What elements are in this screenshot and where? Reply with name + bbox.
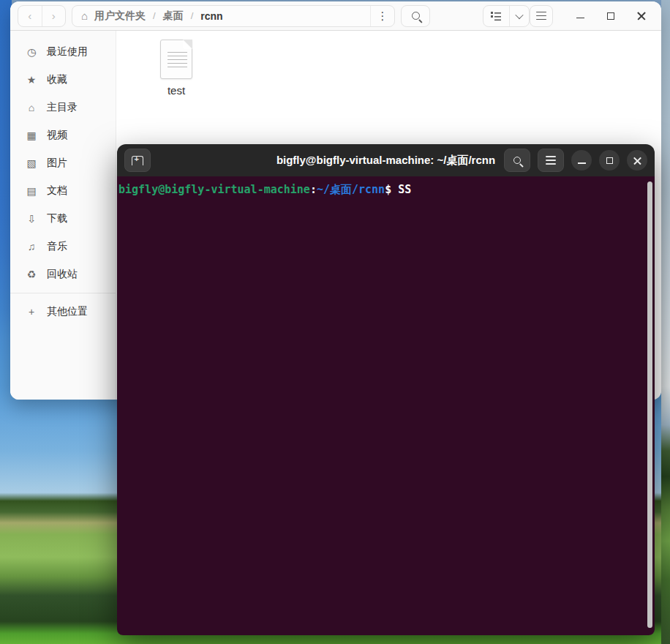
sidebar-separator	[10, 293, 116, 293]
wallpaper-sky-right	[661, 0, 670, 644]
breadcrumb-desktop[interactable]: 桌面	[163, 10, 184, 23]
file-item-test[interactable]: test	[148, 40, 204, 97]
command-text: SS	[391, 183, 411, 196]
terminal-search-button[interactable]	[504, 149, 530, 172]
terminal-window: bigfly@bigfly-virtual-machine: ~/桌面/rcnn	[117, 144, 655, 635]
terminal-header-actions	[504, 149, 647, 172]
sidebar-item-label: 音乐	[47, 240, 67, 253]
chevron-right-icon: ›	[52, 10, 56, 22]
forward-button[interactable]: ›	[42, 6, 65, 26]
hamburger-icon	[536, 15, 546, 17]
nav-button-group: ‹ ›	[18, 5, 66, 27]
sidebar-item-label: 回收站	[47, 268, 78, 281]
sidebar-item-downloads[interactable]: ⇩ 下载	[10, 205, 116, 233]
files-headerbar: ‹ › ⌂ 用户文件夹 / 桌面 / rcnn ⋮	[10, 1, 661, 31]
home-icon: ⌂	[25, 102, 38, 113]
clock-icon: ◷	[25, 46, 38, 58]
sidebar-item-label: 下载	[47, 212, 67, 225]
desktop: ‹ › ⌂ 用户文件夹 / 桌面 / rcnn ⋮	[0, 0, 670, 644]
minimize-button[interactable]	[575, 11, 585, 21]
sidebar-item-label: 收藏	[47, 73, 67, 86]
prompt-path: ~/桌面/rcnn	[317, 183, 385, 196]
minimize-icon	[576, 18, 584, 19]
breadcrumb-current-folder[interactable]: rcnn	[200, 10, 222, 22]
new-tab-button[interactable]	[124, 149, 151, 172]
sidebar-item-label: 其他位置	[47, 305, 88, 318]
sidebar-item-label: 文档	[47, 184, 67, 198]
sidebar-item-starred[interactable]: ★ 收藏	[10, 66, 116, 94]
home-icon: ⌂	[81, 10, 88, 22]
search-icon	[412, 12, 420, 20]
terminal-close-button[interactable]	[627, 150, 647, 171]
breadcrumb-bar[interactable]: ⌂ 用户文件夹 / 桌面 / rcnn ⋮	[72, 5, 395, 27]
trash-icon: ♻	[25, 269, 38, 280]
sidebar-item-home[interactable]: ⌂ 主目录	[10, 94, 116, 121]
terminal-maximize-button[interactable]	[599, 150, 620, 171]
sidebar-item-label: 最近使用	[47, 45, 88, 59]
music-note-icon: ♫	[25, 241, 38, 252]
close-button[interactable]	[636, 11, 647, 21]
document-icon: ▤	[25, 185, 38, 197]
sidebar-item-videos[interactable]: ▦ 视频	[10, 121, 116, 149]
chevron-down-icon	[515, 10, 523, 18]
sidebar-item-label: 主目录	[47, 101, 78, 114]
breadcrumb-separator: /	[153, 10, 156, 21]
text-file-icon	[160, 40, 192, 79]
view-options-button[interactable]	[510, 6, 529, 26]
close-icon	[637, 12, 646, 20]
terminal-headerbar: bigfly@bigfly-virtual-machine: ~/桌面/rcnn	[117, 144, 655, 176]
new-tab-icon	[132, 156, 143, 165]
star-icon: ★	[25, 74, 38, 86]
sidebar-item-pictures[interactable]: ▧ 图片	[10, 149, 116, 177]
terminal-menu-button[interactable]	[538, 149, 564, 172]
path-options-button[interactable]: ⋮	[371, 6, 394, 26]
sidebar-item-recent[interactable]: ◷ 最近使用	[10, 38, 116, 66]
list-view-button[interactable]	[483, 6, 509, 26]
picture-icon: ▧	[25, 157, 38, 169]
terminal-body[interactable]: bigfly@bigfly-virtual-machine:~/桌面/rcnn$…	[117, 176, 655, 635]
terminal-prompt-line: bigfly@bigfly-virtual-machine:~/桌面/rcnn$…	[118, 183, 644, 197]
breadcrumb-home-folder[interactable]: 用户文件夹	[94, 10, 146, 23]
download-icon: ⇩	[25, 213, 38, 225]
main-menu-button[interactable]	[530, 5, 553, 27]
hamburger-icon	[546, 160, 556, 161]
files-sidebar: ◷ 最近使用 ★ 收藏 ⌂ 主目录 ▦ 视频 ▧ 图片	[10, 31, 116, 400]
files-window-controls	[575, 11, 647, 21]
kebab-icon: ⋮	[377, 10, 388, 23]
maximize-icon	[607, 12, 614, 20]
terminal-minimize-button[interactable]	[571, 150, 592, 171]
sidebar-item-label: 图片	[47, 157, 67, 170]
list-view-icon	[490, 11, 502, 21]
film-icon: ▦	[25, 130, 38, 141]
sidebar-item-documents[interactable]: ▤ 文档	[10, 177, 116, 205]
minimize-icon	[578, 162, 586, 164]
view-toggle-group	[483, 5, 530, 27]
plus-icon: +	[25, 306, 38, 318]
terminal-scrollbar[interactable]	[647, 181, 652, 628]
chevron-left-icon: ‹	[28, 10, 31, 22]
maximize-icon	[606, 157, 613, 164]
prompt-dollar: $	[385, 183, 391, 196]
sidebar-item-other-locations[interactable]: + 其他位置	[10, 298, 116, 326]
maximize-button[interactable]	[606, 11, 616, 21]
prompt-user-host: bigfly@bigfly-virtual-machine	[118, 183, 310, 196]
close-icon	[633, 157, 641, 165]
breadcrumb-separator: /	[191, 10, 194, 21]
sidebar-item-label: 视频	[47, 129, 67, 142]
file-label: test	[168, 84, 185, 97]
prompt-colon: :	[310, 183, 317, 196]
sidebar-item-music[interactable]: ♫ 音乐	[10, 233, 116, 261]
sidebar-item-trash[interactable]: ♻ 回收站	[10, 261, 116, 288]
search-icon	[513, 157, 521, 164]
back-button[interactable]: ‹	[18, 6, 42, 26]
search-button[interactable]	[401, 5, 430, 27]
